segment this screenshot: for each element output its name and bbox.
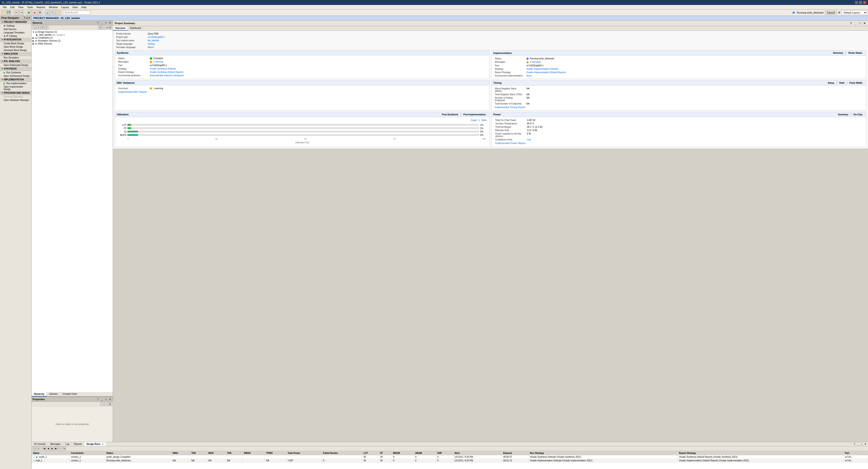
utility-expand[interactable]: ▶ [33, 43, 35, 45]
tab-dashboard[interactable]: Dashboard [128, 26, 144, 30]
tab-hierarchy[interactable]: Hierarchy [32, 392, 47, 396]
simulation-expand[interactable]: ▶ [33, 40, 35, 42]
nav-item-language-templates[interactable]: Language Templates [0, 31, 31, 34]
nav-section-title-ip-integrator[interactable]: ▼ IP INTEGRATOR [0, 38, 31, 42]
design-sources-group[interactable]: ▼ 🗁 Design Sources (1) [32, 30, 112, 33]
sources-search-btn[interactable]: 🔍 [33, 26, 36, 29]
nav-section-title-implementation[interactable]: ▼ IMPLEMENTATION [0, 78, 31, 82]
impl-button[interactable]: 🔧 [51, 10, 55, 15]
nav-item-ip-catalog[interactable]: ⊕ IP Catalog [0, 34, 31, 38]
bottom-tab-design-runs[interactable]: Design Runs ✕ [84, 442, 106, 446]
bottom-tab-reports[interactable]: Reports [72, 442, 84, 446]
synth-messages-link[interactable]: 1 warning [153, 61, 163, 63]
constraints-group[interactable]: ▶ 🗁 Constraints (1) [32, 36, 112, 39]
drc-report-link[interactable]: Implemented DRC Report [118, 91, 147, 93]
maximize-button[interactable]: □ [859, 1, 862, 4]
menu-reports[interactable]: Reports [35, 5, 47, 9]
runs-last-btn[interactable]: ▶| [55, 447, 58, 450]
nav-item-open-synthesized-design[interactable]: Open Synthesized Design [0, 74, 31, 78]
props-forward-btn[interactable]: → [104, 402, 108, 406]
nav-section-title-synthesis[interactable]: ▼ SYNTHESIS [0, 67, 31, 71]
tab-compile-order[interactable]: Compile Order [60, 392, 80, 396]
nav-item-open-implemented-design[interactable]: Open Implemented Design [0, 85, 31, 91]
bottom-maximize-btn[interactable]: □ [860, 442, 864, 446]
nav-item-open-elaborated-design[interactable]: Open Elaborated Design [0, 63, 31, 67]
menu-window[interactable]: Window [47, 5, 59, 9]
props-back-btn[interactable]: ← [100, 402, 104, 406]
save-button[interactable]: 💾 [6, 10, 11, 15]
impl-messages-link[interactable]: 3 warnings [530, 61, 541, 63]
bottom-tab-tcl[interactable]: Tcl Console [32, 442, 48, 446]
settings-button[interactable]: ⚙ [37, 10, 42, 15]
power-tab-on-chip[interactable]: On-Chip [852, 113, 864, 116]
summary-help-btn[interactable]: ? [849, 22, 852, 25]
nav-item-run-synthesis[interactable]: ▶ Run Synthesis [0, 71, 31, 74]
simulation-sources-group[interactable]: ▶ 🗁 Simulation Sources (1) [32, 39, 112, 42]
tab-libraries[interactable]: Libraries [47, 392, 60, 396]
runs-percent-btn[interactable]: % [63, 447, 66, 450]
summary-close-btn[interactable]: ✕ [863, 22, 866, 25]
nav-section-title-project-manager[interactable]: ▼ PROJECT MANAGER [0, 20, 31, 24]
nav-section-title-program-debug[interactable]: ▼ PROGRAM AND DEBUG [0, 91, 31, 95]
sources-maximize-btn[interactable]: □ [104, 21, 108, 25]
nav-item-open-block-design[interactable]: Open Block Design [0, 45, 31, 48]
sources-settings-btn[interactable]: ⚙ [108, 26, 112, 29]
menu-help[interactable]: Help [80, 5, 88, 9]
power-report-link[interactable]: Implemented Power Report [495, 142, 526, 144]
tab-overview[interactable]: Overview [113, 26, 128, 30]
menu-layout[interactable]: Layout [59, 5, 70, 9]
nav-section-title-simulation[interactable]: ▼ SIMULATION [0, 52, 31, 56]
props-settings-btn[interactable]: ⚙ [108, 402, 112, 406]
bit-button[interactable]: ⚡ [56, 10, 61, 15]
stop-button[interactable]: ■ [32, 10, 37, 15]
led-twinkle-expand[interactable]: ▶ [36, 34, 39, 36]
nav-section-title-rtl-analysis[interactable]: ▼ RTL ANALYSIS [0, 59, 31, 63]
nav-item-open-hardware-manager[interactable]: Open Hardware Manager [0, 98, 31, 102]
nav-item-generate-bitstream[interactable]: Generate Bitstream [0, 95, 31, 98]
menu-edit[interactable]: Edit [8, 5, 17, 9]
bottom-close-btn[interactable]: ✕ [864, 442, 867, 446]
summary-minimize-btn[interactable]: _ [854, 22, 857, 25]
tab-summary[interactable]: Summary [831, 52, 845, 55]
sources-reload-btn[interactable]: ↺ [41, 26, 44, 29]
constraints-expand[interactable]: ▶ [33, 37, 35, 39]
synth-button[interactable]: 🔬 [45, 10, 50, 15]
design-runs-tab-close[interactable]: ✕ [102, 443, 104, 445]
runs-filter-btn[interactable]: ≡ [37, 447, 40, 450]
nav-item-generate-block-design[interactable]: Generate Block Design [0, 48, 31, 52]
close-button[interactable]: ✕ [863, 1, 866, 4]
sources-close-btn[interactable]: ✕ [108, 21, 112, 25]
bottom-minimize-btn[interactable]: _ [856, 442, 860, 446]
util-graph-tab[interactable]: Graph [471, 119, 477, 122]
minimize-button[interactable]: ─ [855, 1, 858, 4]
properties-minimize-btn[interactable]: _ [100, 397, 104, 401]
bottom-tab-messages[interactable]: Messages [48, 442, 63, 446]
nav-item-run-implementation[interactable]: ▶ Run Implementation [0, 82, 31, 85]
summary-maximize-btn[interactable]: □ [858, 22, 862, 25]
redo-button[interactable]: ↪ [19, 10, 24, 15]
bottom-help-btn[interactable]: ? [852, 442, 856, 446]
run-button[interactable]: ▶ [27, 10, 32, 15]
timing-tab-hold[interactable]: Hold [837, 81, 846, 85]
sources-delete-btn[interactable]: ⊘ [102, 26, 106, 29]
timing-report-link[interactable]: Implemented Timing Report [495, 106, 525, 108]
tab-route-status[interactable]: Route Status [846, 52, 864, 55]
timing-tab-setup[interactable]: Setup [826, 81, 836, 85]
menu-view[interactable]: View [70, 5, 80, 9]
runs-next-btn[interactable]: ▶ [51, 447, 54, 450]
quick-access-input[interactable] [63, 11, 90, 15]
nav-item-run-simulation[interactable]: Run Simulation [0, 56, 31, 59]
util-table-tab[interactable]: Table [481, 119, 487, 122]
undo-button[interactable]: ↩ [14, 10, 19, 15]
nav-item-settings[interactable]: ⚙ Settings [0, 24, 31, 28]
menu-tools[interactable]: Tools [25, 5, 35, 9]
design-runs-table-scroll[interactable]: Name Constraints Status WNS TNS WHS THS … [32, 451, 868, 469]
menu-file[interactable]: File [1, 5, 8, 9]
layout-selector[interactable]: Default Layout [842, 10, 867, 15]
nav-item-add-sources[interactable]: Add Sources [0, 28, 31, 31]
runs-add-btn[interactable]: + [59, 447, 62, 450]
led-twinkle-file[interactable]: ▶ ● led_twinkle (led_twinkle.v) [36, 33, 112, 36]
utility-sources-group[interactable]: ▶ 🗁 Utility Sources [32, 42, 112, 45]
power-tab-summary[interactable]: Summary [836, 113, 850, 116]
runs-search-btn[interactable]: 🔍 [33, 447, 36, 450]
